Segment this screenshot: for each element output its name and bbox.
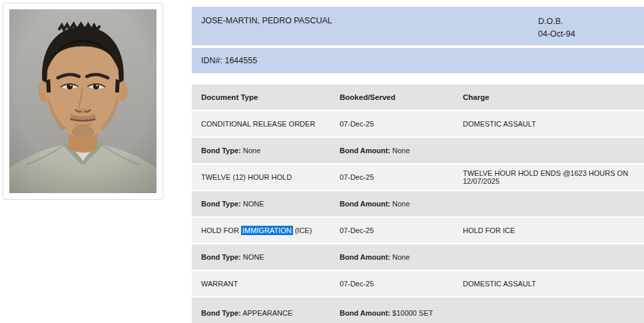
bond-type-value: NONE [243, 253, 264, 261]
cell-document-type: CONDITIONAL RELEASE ORDER [201, 120, 340, 128]
col-header-booked-served: Booked/Served [340, 93, 463, 101]
col-header-charge: Charge [463, 93, 644, 101]
col-header-document-type: Document Type [201, 93, 340, 101]
cell-booked-served: 07-Dec-25 [340, 120, 463, 128]
bond-type-label: Bond Type: [201, 200, 241, 208]
bond-amount-value: None [392, 253, 410, 261]
cell-charge: DOMESTIC ASSAULT [463, 120, 644, 128]
cell-bond-type: Bond Type: NONE [201, 200, 340, 208]
document-type-prefix: HOLD FOR [201, 226, 241, 234]
table-row-document: WARRANT07-Dec-25DOMESTIC ASSAULT [192, 271, 644, 296]
cell-bond-amount: Bond Amount: None [340, 253, 463, 261]
bond-type-label: Bond Type: [201, 309, 241, 317]
bond-amount-value: $10000 SET [392, 309, 433, 317]
table-row-bond: Bond Type: NONEBond Amount: None [192, 191, 644, 216]
table-header-row: Document Type Booked/Served Charge [192, 85, 644, 110]
cell-bond-type: Bond Type: None [201, 147, 340, 155]
cell-document-type: HOLD FOR IMMIGRATION (ICE) [201, 226, 340, 234]
cell-booked-served: 07-Dec-25 [340, 226, 463, 234]
bond-amount-label: Bond Amount: [340, 309, 390, 317]
cell-bond-type: Bond Type: APPEARANCE [201, 309, 340, 317]
table-row-bond: Bond Type: NONEBond Amount: None [192, 244, 644, 270]
mugshot-card [3, 3, 163, 200]
bond-amount-label: Bond Amount: [340, 253, 390, 261]
bond-type-label: Bond Type: [201, 147, 241, 155]
bond-type-value: APPEARANCE [242, 309, 292, 317]
name-header-bar: JOSE-MARTIN, PEDRO PASCUAL D.O.B. 04-Oct… [192, 7, 644, 45]
cell-bond-amount: Bond Amount: $10000 SET [340, 309, 463, 317]
idn-value: 1644555 [224, 56, 257, 65]
idn-label: IDN#: [201, 56, 222, 65]
table-row-document: CONDITIONAL RELEASE ORDER07-Dec-25DOMEST… [192, 111, 644, 137]
bond-amount-label: Bond Amount: [340, 147, 390, 155]
table-row-document: TWELVE (12) HOUR HOLD07-Dec-25TWELVE HOU… [192, 164, 644, 190]
dob-block: D.O.B. 04-Oct-94 [538, 15, 575, 41]
bond-amount-value: None [392, 147, 410, 155]
table-row-document: HOLD FOR IMMIGRATION (ICE)07-Dec-25HOLD … [192, 218, 644, 243]
table-row-bond: Bond Type: APPEARANCEBond Amount: $10000… [192, 298, 644, 323]
idn-bar: IDN#: 1644555 [192, 48, 644, 73]
dob-label: D.O.B. [538, 15, 575, 28]
cell-charge: DOMESTIC ASSAULT [463, 280, 644, 288]
bond-amount-label: Bond Amount: [340, 200, 390, 208]
mugshot-photo [9, 9, 157, 193]
cell-bond-amount: Bond Amount: None [340, 200, 463, 208]
inmate-detail-panel: JOSE-MARTIN, PEDRO PASCUAL D.O.B. 04-Oct… [192, 0, 644, 323]
cell-charge: TWELVE HOUR HOLD ENDS @1623 HOURS ON 12/… [463, 169, 644, 185]
cell-charge: HOLD FOR ICE [463, 226, 644, 234]
cell-bond-amount: Bond Amount: None [340, 147, 463, 155]
documents-table: Document Type Booked/Served Charge CONDI… [192, 85, 644, 323]
dob-value: 04-Oct-94 [538, 28, 575, 41]
cell-document-type: TWELVE (12) HOUR HOLD [201, 173, 340, 181]
cell-booked-served: 07-Dec-25 [340, 173, 463, 181]
table-body: CONDITIONAL RELEASE ORDER07-Dec-25DOMEST… [192, 111, 644, 323]
bond-type-value: None [243, 147, 260, 155]
table-row-bond: Bond Type: NoneBond Amount: None [192, 138, 644, 163]
cell-document-type: WARRANT [201, 280, 340, 288]
bond-amount-value: None [392, 200, 410, 208]
cell-booked-served: 07-Dec-25 [340, 280, 463, 288]
bond-type-value: NONE [243, 200, 264, 208]
search-highlight: IMMIGRATION [241, 226, 293, 235]
cell-bond-type: Bond Type: NONE [201, 253, 340, 261]
document-type-suffix: (ICE) [293, 226, 312, 234]
bond-type-label: Bond Type: [201, 253, 241, 261]
